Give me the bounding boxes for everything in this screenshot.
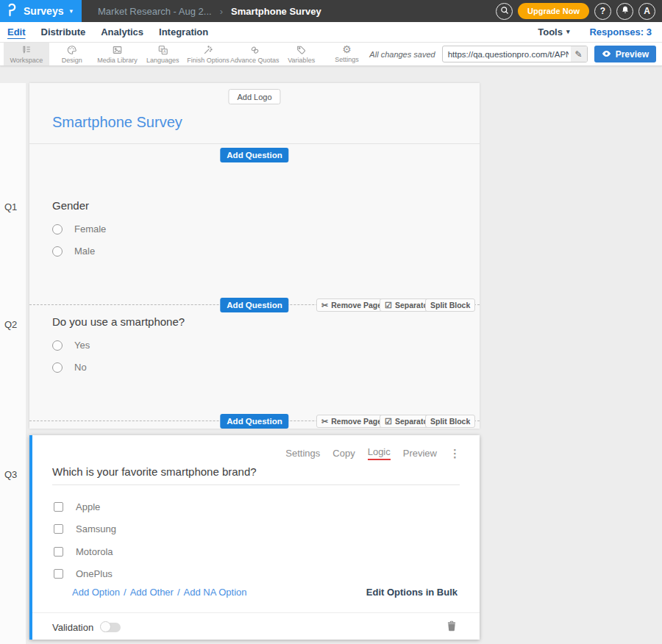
option-label[interactable]: Apple: [76, 501, 100, 512]
toolbar-item-finish-options[interactable]: Finish Options: [185, 43, 231, 65]
answer-option-row: Yes: [52, 340, 90, 351]
divider: [32, 612, 480, 613]
section-nav: Edit Distribute Analytics Integration To…: [0, 22, 662, 43]
add-other-link[interactable]: Add Other: [130, 587, 174, 598]
page-break-row: Add Question ✂ Remove Page Break ☑ Separ…: [29, 414, 480, 429]
radio-male[interactable]: [52, 246, 63, 257]
edit-url-button[interactable]: ✎: [571, 46, 587, 62]
option-label[interactable]: Male: [74, 246, 95, 257]
tab-integration[interactable]: Integration: [159, 26, 208, 37]
chevron-down-icon: ▾: [566, 29, 570, 35]
chain-links-icon: [249, 45, 260, 55]
option-label[interactable]: Yes: [74, 340, 90, 351]
answer-option-row: No: [52, 362, 87, 373]
search-button[interactable]: [496, 3, 513, 20]
radio-no[interactable]: [52, 362, 63, 373]
toolbar-item-media-library[interactable]: Media Library: [95, 43, 140, 65]
tools-menu[interactable]: Tools ▾: [538, 26, 569, 37]
answer-option-row: Male: [52, 246, 95, 257]
tab-edit[interactable]: Edit: [7, 26, 26, 37]
checkbox-apple[interactable]: [54, 502, 63, 512]
add-na-option-link[interactable]: Add NA Option: [184, 587, 247, 598]
toolbar-item-label: Media Library: [97, 57, 138, 64]
survey-block-card: Add Logo Smartphone Survey Add Question …: [29, 83, 480, 429]
add-question-button[interactable]: Add Question: [220, 148, 288, 162]
trash-icon: [447, 620, 456, 634]
answer-option-row: Female: [52, 223, 106, 235]
link-separator: /: [177, 587, 180, 598]
answer-option-row: OnePlus: [54, 568, 113, 579]
preview-button[interactable]: Preview: [594, 46, 656, 62]
search-icon: [500, 6, 509, 17]
surveys-menu[interactable]: Surveys ▾: [0, 0, 82, 22]
option-label[interactable]: Samsung: [76, 523, 116, 534]
toolbar-item-settings[interactable]: ⚙ Settings: [324, 43, 370, 65]
add-question-button[interactable]: Add Question: [220, 414, 288, 429]
radio-yes[interactable]: [52, 340, 63, 351]
radio-female[interactable]: [52, 224, 63, 235]
option-label[interactable]: Female: [74, 223, 106, 235]
editor-toolbar: Workspace Design Media Library xA Langua…: [0, 43, 662, 66]
question-logic-link[interactable]: Logic: [368, 446, 391, 460]
tab-distribute[interactable]: Distribute: [41, 26, 86, 37]
question-number-q1: Q1: [4, 201, 17, 212]
tag-icon: [296, 45, 307, 55]
answer-option-row: Samsung: [54, 523, 116, 534]
option-label[interactable]: OnePlus: [76, 568, 113, 579]
question-copy-link[interactable]: Copy: [332, 448, 355, 459]
split-block-label: Split Block: [430, 301, 470, 310]
delete-question-button[interactable]: [447, 620, 456, 634]
option-label[interactable]: Motorola: [76, 546, 113, 557]
checkbox-oneplus[interactable]: [54, 569, 63, 579]
image-icon: [112, 45, 123, 55]
help-button[interactable]: ?: [594, 3, 611, 20]
edit-options-in-bulk-link[interactable]: Edit Options in Bulk: [366, 587, 458, 598]
checkbox-motorola[interactable]: [54, 547, 63, 557]
toolbar-item-label: Advance Quotas: [230, 57, 280, 64]
chevron-down-icon: ▾: [69, 8, 73, 15]
pencil-icon: ✎: [575, 49, 583, 60]
question-preview-link[interactable]: Preview: [403, 448, 437, 459]
question-settings-link[interactable]: Settings: [285, 448, 320, 459]
toolbar-item-label: Settings: [335, 56, 359, 63]
topbar-actions: Upgrade Now ? A: [496, 3, 662, 20]
avatar[interactable]: A: [638, 3, 655, 20]
top-bar: Surveys ▾ Market Research - Aug 2... › S…: [0, 0, 662, 22]
survey-title[interactable]: Smartphone Survey: [52, 114, 182, 131]
divider: [29, 143, 480, 144]
question-number-q2: Q2: [4, 319, 17, 330]
survey-url-input[interactable]: [443, 50, 571, 59]
scissors-icon: ✂: [321, 301, 328, 310]
toolbar-item-variables[interactable]: Variables: [279, 43, 324, 65]
question-text-q2[interactable]: Do you use a smartphone?: [52, 315, 185, 328]
notifications-button[interactable]: [616, 3, 633, 20]
toolbar-item-label: Languages: [146, 57, 179, 64]
add-question-button[interactable]: Add Question: [220, 298, 288, 312]
validation-toggle[interactable]: [101, 623, 121, 632]
toolbar-item-advance-quotas[interactable]: Advance Quotas: [231, 43, 279, 65]
option-label[interactable]: No: [74, 362, 87, 373]
kebab-menu-icon[interactable]: ⋮: [449, 447, 460, 460]
answer-option-row: Motorola: [54, 546, 113, 557]
preview-button-label: Preview: [616, 49, 649, 60]
toolbar-item-workspace[interactable]: Workspace: [4, 43, 49, 65]
tab-analytics[interactable]: Analytics: [101, 26, 143, 37]
responses-count-link[interactable]: Responses: 3: [589, 26, 652, 37]
split-block-button[interactable]: Split Block: [425, 415, 475, 428]
toolbar-item-label: Design: [62, 57, 82, 64]
questionpro-logo-icon: [7, 3, 18, 20]
breadcrumb-folder[interactable]: Market Research - Aug 2...: [98, 6, 212, 17]
split-block-button[interactable]: Split Block: [425, 298, 475, 312]
toolbar-right: All changes saved ✎ Preview: [369, 43, 662, 65]
toolbar-item-languages[interactable]: xA Languages: [140, 43, 185, 65]
scissors-icon: ✂: [321, 418, 328, 426]
toolbar-item-design[interactable]: Design: [49, 43, 95, 65]
question-text-q1[interactable]: Gender: [52, 199, 89, 212]
validation-row: Validation: [52, 618, 456, 637]
upgrade-now-button[interactable]: Upgrade Now: [518, 3, 589, 19]
checkbox-samsung[interactable]: [54, 524, 63, 534]
add-option-link[interactable]: Add Option: [72, 587, 120, 598]
add-logo-button[interactable]: Add Logo: [228, 89, 280, 104]
page-break-row: Add Question ✂ Remove Page Break ☑ Separ…: [29, 298, 480, 312]
question-text-q3[interactable]: Which is your favorite smartphone brand?: [52, 465, 257, 478]
